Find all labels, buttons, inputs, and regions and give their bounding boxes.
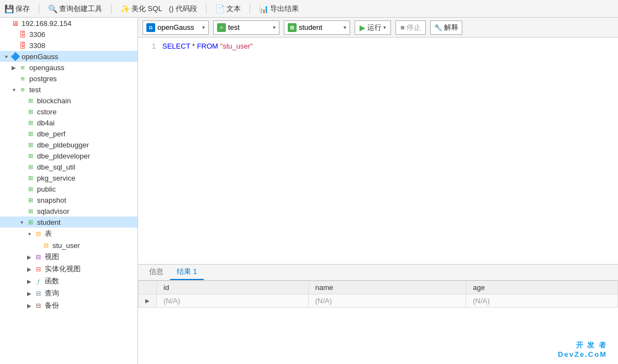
pkg_service-icon: ⊞ xyxy=(25,173,35,182)
save-button[interactable]: 💾 保存 xyxy=(4,4,30,14)
sidebar-item-cstore[interactable]: ⊞ cstore xyxy=(0,106,138,117)
text-label: 文本 xyxy=(226,4,241,14)
save-label: 保存 xyxy=(15,4,30,14)
toggle-hanshu: ▶ xyxy=(25,278,33,284)
explain-icon: 🔧 xyxy=(434,24,442,31)
tab-info[interactable]: 信息 xyxy=(142,265,170,280)
results-table-wrap: id name age ▶ (N/A) (N/A) (N/A) xyxy=(138,281,618,364)
kw-from: FROM xyxy=(197,42,218,50)
sidebar-item-chaxun[interactable]: ▶ ⊟ 查询 xyxy=(0,287,138,299)
server-icon: 🖥 xyxy=(10,19,20,28)
results-table: id name age ▶ (N/A) (N/A) (N/A) xyxy=(138,281,618,308)
port3306-label: 3306 xyxy=(29,30,45,39)
sidebar-item-shitu[interactable]: ▶ ⊟ 视图 xyxy=(0,251,138,263)
stu_user-icon: ⊟ xyxy=(41,241,51,250)
openGauss-db-icon: 🔷 xyxy=(10,52,20,61)
dbe_pldeveloper-label: dbe_pldeveloper xyxy=(37,152,90,160)
run-dropdown-icon: ▾ xyxy=(383,24,386,30)
toggle-chaxun: ▶ xyxy=(25,291,33,297)
sidebar-item-pkg_service[interactable]: ⊞ pkg_service xyxy=(0,172,138,183)
stop-label: 停止 xyxy=(406,23,421,33)
toggle-opengauss-schema: ▶ xyxy=(10,65,18,71)
sidebar-item-sqladvisor[interactable]: ⊞ sqladvisor xyxy=(0,205,138,217)
explain-button[interactable]: 🔧 解释 xyxy=(430,20,462,35)
toolbar-sep-1 xyxy=(39,4,39,14)
stop-button[interactable]: ■ 停止 xyxy=(395,20,426,35)
run-button[interactable]: ▶ 运行 ▾ xyxy=(355,20,391,35)
beautify-icon: ✨ xyxy=(120,4,130,13)
sidebar-item-3306[interactable]: 🗄 3306 xyxy=(0,29,138,40)
sidebar-item-ip[interactable]: 🖥 192.168.92.154 xyxy=(0,18,138,29)
openGauss-chevron-down-icon: ▾ xyxy=(202,24,205,30)
sidebar-item-shiti[interactable]: ▶ ⊟ 实体化视图 xyxy=(0,263,138,275)
snapshot-label: snapshot xyxy=(37,196,66,204)
sidebar-item-public[interactable]: ⊞ public xyxy=(0,183,138,194)
sidebar-item-postgres[interactable]: ≡ postgres xyxy=(0,73,138,84)
sqladvisor-label: sqladvisor xyxy=(37,207,70,215)
col-header-age: age xyxy=(466,281,618,294)
col-header-id: id xyxy=(157,281,309,294)
test-icon: ≡ xyxy=(18,85,28,94)
public-icon: ⊞ xyxy=(25,184,35,193)
cell-age: (N/A) xyxy=(466,294,618,308)
sidebar-item-blockchain[interactable]: ⊞ blockchain xyxy=(0,95,138,106)
blockchain-icon: ⊞ xyxy=(25,96,35,105)
sql-table: "stu_user" xyxy=(220,42,253,50)
db-select-student[interactable]: ⊞ student ▾ xyxy=(284,20,350,35)
sidebar-item-student[interactable]: ▾ ⊞ student xyxy=(0,217,138,228)
opengauss-schema-label: opengauss xyxy=(29,64,65,72)
postgres-icon: ≡ xyxy=(18,74,28,83)
beautify-sql-button[interactable]: ✨ 美化 SQL xyxy=(120,4,162,14)
sidebar-item-stu_user[interactable]: ⊟ stu_user xyxy=(0,240,138,251)
sidebar-item-opengauss-schema[interactable]: ▶ ≡ opengauss xyxy=(0,62,138,73)
sidebar-item-db4ai[interactable]: ⊞ db4ai xyxy=(0,117,138,128)
sidebar-item-dbe_sql_util[interactable]: ⊞ dbe_sql_util xyxy=(0,161,138,172)
sidebar-item-3308[interactable]: 🗄 3308 xyxy=(0,40,138,51)
student-chevron-down-icon: ▾ xyxy=(344,24,346,30)
run-label: 运行 xyxy=(367,23,382,33)
query-builder-button[interactable]: 🔍 查询创建工具 xyxy=(48,4,102,14)
sidebar-item-test[interactable]: ▾ ≡ test xyxy=(0,84,138,95)
sidebar-item-dbe_pldebugger[interactable]: ⊞ dbe_pldebugger xyxy=(0,139,138,150)
beifen-label: 备份 xyxy=(45,300,59,310)
code-segment-label: () 代码段 xyxy=(169,4,197,14)
student-icon: ⊞ xyxy=(25,218,35,226)
row-arrow: ▶ xyxy=(139,294,157,308)
sql-editor[interactable]: 1 SELECT * FROM "stu_user" xyxy=(138,38,618,265)
line-code-1: SELECT * FROM "stu_user" xyxy=(162,42,253,50)
sidebar: 🖥 192.168.92.154 🗄 3306 🗄 3308 ▾ 🔷 openG… xyxy=(0,18,138,364)
pkg_service-label: pkg_service xyxy=(37,174,75,182)
port3308-icon: 🗄 xyxy=(18,41,28,50)
student-select-icon: ⊞ xyxy=(288,23,297,32)
student-label: student xyxy=(37,218,61,226)
sidebar-item-openGauss[interactable]: ▾ 🔷 openGauss xyxy=(0,51,138,62)
sidebar-item-dbe_pldeveloper[interactable]: ⊞ dbe_pldeveloper xyxy=(0,150,138,161)
toolbar-sep-4 xyxy=(250,4,250,14)
chaxun-label: 查询 xyxy=(45,288,59,298)
biao-label: 表 xyxy=(45,229,52,239)
test-chevron-down-icon: ▾ xyxy=(273,24,276,30)
dbe_pldebugger-icon: ⊞ xyxy=(25,140,35,149)
shiti-icon: ⊟ xyxy=(33,265,43,273)
sidebar-item-snapshot[interactable]: ⊞ snapshot xyxy=(0,194,138,205)
tab-result-1[interactable]: 结果 1 xyxy=(170,265,204,280)
hanshu-icon: 𝑓 xyxy=(33,277,43,286)
sidebar-item-hanshu[interactable]: ▶ 𝑓 函数 xyxy=(0,275,138,287)
toggle-beifen: ▶ xyxy=(25,303,33,309)
query-toolbar: G openGauss ▾ ≡ test ▾ ⊞ student ▾ ▶ 运行 … xyxy=(138,18,618,38)
openGauss-select-icon: G xyxy=(146,23,155,32)
export-button[interactable]: 📊 导出结果 xyxy=(259,4,299,14)
results-tabs: 信息 结果 1 xyxy=(138,265,618,281)
stop-icon: ■ xyxy=(400,23,405,31)
cstore-label: cstore xyxy=(37,108,56,116)
db-select-openGauss[interactable]: G openGauss ▾ xyxy=(142,20,209,35)
text-button[interactable]: 📄 文本 xyxy=(215,4,241,14)
sidebar-item-biao[interactable]: ▾ ⊟ 表 xyxy=(0,228,138,240)
db-select-test[interactable]: ≡ test ▾ xyxy=(213,20,279,35)
sidebar-item-dbe_perf[interactable]: ⊞ dbe_perf xyxy=(0,128,138,139)
toolbar-sep-3 xyxy=(206,4,207,14)
sidebar-item-beifen[interactable]: ▶ ⊟ 备份 xyxy=(0,299,138,312)
dbe_sql_util-icon: ⊞ xyxy=(25,162,35,171)
shitu-icon: ⊟ xyxy=(33,252,43,261)
code-segment-button[interactable]: () 代码段 xyxy=(169,4,197,14)
